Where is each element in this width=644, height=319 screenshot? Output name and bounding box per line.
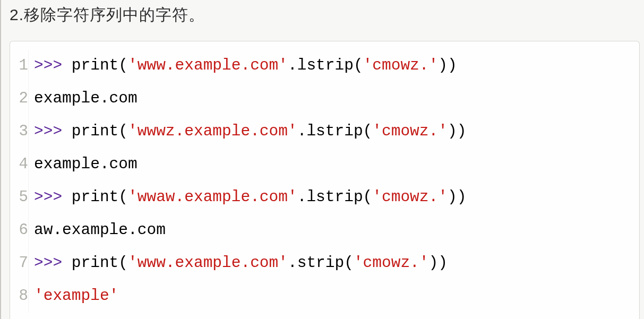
code-line: 1>>> print('www.example.com'.lstrip('cmo… [10, 49, 639, 82]
line-number: 8 [10, 280, 29, 313]
code-string: 'www.example.com' [128, 254, 288, 272]
line-number: 5 [10, 181, 29, 214]
code-text: aw.example.com [34, 213, 166, 246]
line-number: 1 [10, 49, 29, 82]
line-number: 2 [10, 82, 29, 115]
code-token: )) [438, 56, 457, 74]
code-token: print( [62, 122, 128, 140]
code-token: print( [62, 254, 128, 272]
line-number: 7 [10, 247, 29, 280]
code-text: example.com [34, 82, 138, 115]
code-token: )) [429, 254, 448, 272]
code-token: .lstrip( [297, 122, 373, 140]
line-number: 4 [10, 148, 29, 181]
code-text: >>> print('wwaw.example.com'.lstrip('cmo… [34, 180, 466, 213]
code-line: 8'example' [10, 279, 639, 312]
code-string: 'example' [34, 287, 118, 305]
code-text: >>> print('www.example.com'.strip('cmowz… [34, 246, 448, 279]
code-prompt: >>> [34, 122, 62, 140]
line-number: 6 [10, 214, 29, 247]
code-prompt: >>> [34, 188, 62, 206]
code-text: 'example' [34, 279, 118, 312]
code-string: 'wwaw.example.com' [128, 188, 297, 206]
document-page: 2.移除字符序列中的字符。 1>>> print('www.example.co… [0, 0, 644, 319]
code-string: 'cmowz.' [354, 254, 429, 272]
line-number: 3 [10, 115, 29, 148]
code-token: example.com [34, 89, 138, 107]
code-string: 'cmowz.' [372, 122, 448, 140]
code-line: 5>>> print('wwaw.example.com'.lstrip('cm… [10, 180, 639, 213]
code-string: 'cmowz.' [363, 56, 439, 74]
code-line: 6aw.example.com [10, 213, 639, 246]
code-prompt: >>> [34, 56, 62, 74]
section-heading: 2.移除字符序列中的字符。 [10, 4, 640, 26]
code-string: 'wwwz.example.com' [128, 122, 297, 140]
code-text: example.com [34, 148, 138, 180]
code-line: 7>>> print('www.example.com'.strip('cmow… [10, 246, 639, 279]
code-line: 4example.com [10, 148, 639, 180]
code-token: example.com [34, 155, 138, 173]
code-token: print( [62, 188, 128, 206]
code-token: .lstrip( [288, 56, 363, 74]
code-text: >>> print('wwwz.example.com'.lstrip('cmo… [34, 115, 466, 148]
code-block: 1>>> print('www.example.com'.lstrip('cmo… [10, 41, 640, 319]
code-prompt: >>> [34, 254, 62, 272]
code-token: aw.example.com [34, 221, 166, 239]
code-text: >>> print('www.example.com'.lstrip('cmow… [34, 49, 457, 82]
code-line: 2example.com [10, 82, 639, 115]
code-string: 'cmowz.' [372, 188, 448, 206]
code-token: .strip( [288, 254, 354, 272]
code-token: .lstrip( [297, 188, 373, 206]
code-line: 3>>> print('wwwz.example.com'.lstrip('cm… [10, 115, 639, 148]
code-token: )) [448, 122, 466, 140]
code-token: print( [62, 56, 128, 74]
code-string: 'www.example.com' [128, 56, 288, 74]
code-token: )) [448, 188, 466, 206]
